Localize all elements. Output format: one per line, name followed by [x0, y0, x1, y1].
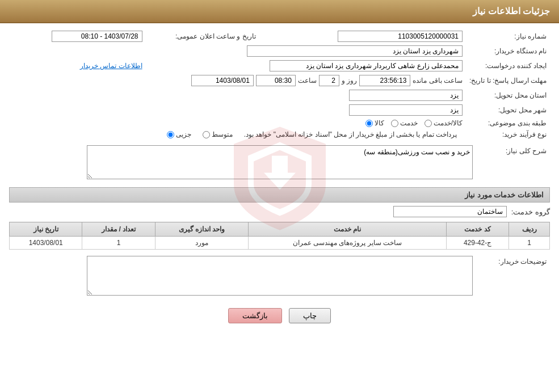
category-kala-khadamat-radio[interactable]: [424, 120, 432, 127]
need-number-label: شماره نیاز:: [466, 29, 550, 44]
cell-code: ج-42-429: [446, 237, 509, 250]
deadline-row: ساعت باقی مانده روز و ساعت: [12, 75, 463, 86]
deadline-label: مهلت ارسال پاسخ: تا تاریخ:: [466, 73, 550, 88]
category-khadamat-radio[interactable]: [391, 120, 398, 127]
need-desc-textarea: خرید و نصب ست ورزشی(منطقه سه): [87, 145, 473, 179]
need-number-value: [282, 29, 466, 44]
cell-date: 1403/08/01: [10, 237, 82, 250]
buyer-desc-value: [9, 254, 476, 299]
group-service-row: گروه خدمت:: [9, 206, 550, 217]
remaining-input: [359, 75, 410, 86]
province-label: استان محل تحویل:: [466, 88, 550, 103]
date-input: [191, 75, 254, 86]
purchase-jozi-radio[interactable]: [167, 131, 174, 138]
col-code: کد خدمت: [446, 222, 509, 237]
creator-input: [270, 60, 463, 71]
group-input: [393, 206, 507, 217]
need-desc-value: خرید و نصب ست ورزشی(منطقه سه): [9, 144, 476, 183]
category-label: طبقه بندی موضوعی:: [466, 117, 550, 129]
services-section-title: اطلاعات خدمات مورد نیاز: [9, 187, 550, 203]
purchase-motavaset-radio[interactable]: [203, 131, 210, 138]
purchase-type-row-cell: پرداخت تمام یا بخشی از مبلغ خریدار از مح…: [9, 129, 466, 140]
need-number-input: [338, 31, 463, 42]
purchase-note: پرداخت تمام یا بخشی از مبلغ خریدار از مح…: [244, 130, 457, 138]
purchase-jozi-label: جزیی: [176, 130, 191, 138]
group-label: گروه خدمت:: [511, 208, 550, 216]
category-khadamat-label: خدمت: [400, 119, 418, 127]
page-header: جزئیات اطلاعات نیاز: [0, 0, 559, 23]
need-info-table: شماره نیاز: تاریخ و ساعت اعلان عمومی: نا…: [9, 29, 550, 140]
purchase-jozi-item: جزیی: [167, 130, 191, 138]
announcement-input: [52, 31, 142, 42]
col-count: تعداد / مقدار: [82, 222, 155, 237]
purchase-motavaset-item: متوسط: [203, 130, 233, 138]
col-row: ردیف: [509, 222, 550, 237]
table-row: 1 ج-42-429 ساخت سایر پروژه‌های مهندسی عم…: [10, 237, 550, 250]
col-name: نام خدمت: [249, 222, 447, 237]
category-khadamat-item: خدمت: [391, 119, 418, 127]
cell-name: ساخت سایر پروژه‌های مهندسی عمران: [249, 237, 447, 250]
org-name-label: نام دستگاه خریدار:: [466, 44, 550, 58]
page-wrapper: جزئیات اطلاعات نیاز شماره نیاز:: [0, 0, 559, 392]
purchase-type-row: پرداخت تمام یا بخشی از مبلغ خریدار از مح…: [12, 130, 463, 138]
purchase-type-label: نوع فرآیند خرید:: [466, 129, 550, 140]
category-kala-khadamat-label: کالا/خدمت: [434, 119, 463, 127]
buyer-desc-label: توضیحات خریدار:: [476, 254, 550, 299]
col-date: تاریخ نیاز: [10, 222, 82, 237]
deadline-row-cell: ساعت باقی مانده روز و ساعت: [9, 73, 466, 88]
city-input: [349, 104, 463, 116]
buyer-desc-textarea: [87, 256, 473, 296]
main-content: شماره نیاز: تاریخ و ساعت اعلان عمومی: نا…: [0, 23, 559, 335]
province-input: [349, 90, 463, 101]
time-input: [256, 75, 296, 86]
category-radio-group: کالا/خدمت خدمت کالا: [12, 119, 463, 127]
contact-link-cell: اطلاعات تماس خریدار: [9, 58, 146, 73]
cell-count: 1: [82, 237, 155, 250]
days-input: [319, 75, 339, 86]
cell-unit: مورد: [155, 237, 248, 250]
category-kala-label: کالا: [375, 119, 384, 127]
back-button[interactable]: بازگشت: [228, 308, 282, 323]
print-button[interactable]: چاپ: [289, 308, 331, 323]
contact-link[interactable]: اطلاعات تماس خریدار: [80, 62, 142, 70]
day-label: روز و: [342, 77, 357, 85]
cell-row: 1: [509, 237, 550, 250]
time-label: ساعت: [298, 77, 317, 85]
page-title: جزئیات اطلاعات نیاز: [473, 6, 550, 16]
need-desc-label: شرح کلی نیاز:: [476, 144, 550, 183]
col-unit: واحد اندازه گیری: [155, 222, 248, 237]
creator-label: ایجاد کننده درخواست:: [466, 58, 550, 73]
creator-value: [146, 58, 466, 73]
announcement-label: تاریخ و ساعت اعلان عمومی:: [146, 29, 259, 44]
purchase-motavaset-label: متوسط: [212, 130, 233, 138]
announcement-value: [9, 29, 146, 44]
category-row-cell: کالا/خدمت خدمت کالا: [9, 117, 466, 129]
category-kala-radio[interactable]: [365, 120, 373, 127]
category-kala-khadamat-item: کالا/خدمت: [424, 119, 463, 127]
remaining-label: ساعت باقی مانده: [413, 77, 463, 85]
org-name-input: [247, 45, 463, 57]
need-desc-table: شرح کلی نیاز: خرید و نصب ست ورزشی(منطقه …: [9, 144, 550, 183]
org-name-value: [9, 44, 466, 58]
services-table: ردیف کد خدمت نام خدمت واحد اندازه گیری ت…: [9, 222, 550, 250]
bottom-buttons: چاپ بازگشت: [9, 308, 550, 323]
buyer-desc-table: توضیحات خریدار:: [9, 254, 550, 299]
category-kala-item: کالا: [365, 119, 384, 127]
city-label: شهر محل تحویل:: [466, 103, 550, 117]
city-value: [9, 103, 466, 117]
province-value: [9, 88, 466, 103]
